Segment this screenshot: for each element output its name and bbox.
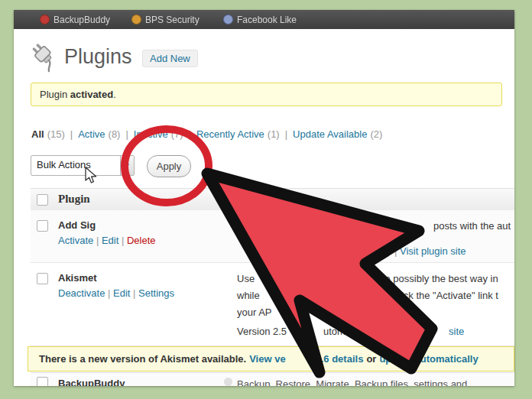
chevron-down-icon[interactable]: ▼ [120,156,134,175]
plugin-row-actions: Activate | Edit | Delete [58,235,156,246]
facebook-icon [223,15,233,24]
wordpress-plugins-screenshot: BackupBuddy BPS Security Facebook Like P… [14,10,514,386]
notice-text: Plugin [40,89,70,100]
visit-plugin-site-link[interactable]: Visit plugin site [400,245,466,257]
filter-separator: | [285,128,287,140]
backupbuddy-icon [40,15,50,24]
filter-separator: | [189,128,191,140]
delete-link[interactable]: Delete [127,235,156,246]
plugin-version-fragment: Version 2.5 [237,326,287,337]
plugin-bullet-icon [224,378,232,386]
plugin-description-fragment: while [237,290,260,301]
filter-all[interactable]: All (15) [31,128,65,140]
view-version-details-link[interactable]: View ve [249,353,285,365]
filter-active[interactable]: Active (8) [78,128,120,140]
bulk-actions-select[interactable]: Bulk Actions ▼ [31,155,135,176]
bulk-actions-selected-value: Bulk Actions [37,159,91,170]
plugin-name: BackupBuddy [58,378,125,386]
toolbar-item-label: BackupBuddy [54,15,110,25]
plugin-description-fragment: Use [237,273,255,284]
plugins-table-header: Plugin [31,188,514,211]
settings-link[interactable]: Settings [138,287,174,299]
deactivate-link[interactable]: Deactivate [58,287,105,299]
column-header-plugin: Plugin [58,193,90,206]
notice-text-period: . [113,89,116,100]
filter-update-available[interactable]: Update Available (2) [293,128,382,140]
update-automatically-link[interactable]: update automatically [379,353,478,365]
plugin-activated-notice: Plugin activated. [31,83,502,106]
plugin-name: Add Sig [58,219,96,231]
version-details-link[interactable]: 2.5.6 details [307,353,364,365]
plugin-row-backupbuddy: BackupBuddy Backup. Restore. Migrate. Ba… [31,372,514,386]
visit-plugin-site-link[interactable]: site [449,326,464,337]
admin-toolbar: BackupBuddy BPS Security Facebook Like [14,10,514,29]
plugin-name: Akismet [58,272,97,284]
filter-recently-active[interactable]: Recently Active (1) [196,128,280,140]
activate-link[interactable]: Activate [58,235,93,246]
select-all-checkbox[interactable] [37,194,48,206]
row-checkbox[interactable] [37,377,48,386]
plugin-meta-fragment: | Visit plugin site [394,245,466,257]
plugin-author-fragment: utomattic [323,326,364,337]
toolbar-item-bps-security[interactable]: BPS Security [131,13,200,26]
filter-separator: | [125,128,128,140]
security-shield-icon [131,15,141,24]
filter-inactive[interactable]: Inactive (7) [134,128,183,140]
toolbar-item-facebook-like[interactable]: Facebook Like [223,13,297,26]
action-separator: | [133,287,135,299]
plugin-row-akismet: Akismet Deactivate | Edit | Settings Use… [31,263,514,346]
plug-icon [29,41,61,73]
add-new-button[interactable]: Add New [142,50,198,67]
plugin-description-fragment: lick the "Activate" link t [399,290,498,301]
plugin-row-add-sig: Add Sig Activate | Edit | Delete posts w… [31,210,514,263]
toolbar-item-label: Facebook Like [237,15,297,25]
apply-button[interactable]: Apply [147,155,191,177]
plugin-row-actions: Deactivate | Edit | Settings [58,287,174,299]
akismet-update-notice: There is a new version of Akismet availa… [28,346,514,371]
update-notice-or: or [366,353,376,365]
toolbar-item-label: BPS Security [145,15,200,25]
action-separator: | [96,235,99,246]
update-notice-text: There is a new version of Akismet availa… [39,353,246,365]
notice-text-bold: activated [70,89,113,100]
meta-separator: | [394,245,397,257]
plugin-status-filters: All (15) | Active (8) | Inactive (7) | R… [31,128,382,140]
page-title: Plugins [64,45,132,69]
edit-link[interactable]: Edit [102,235,118,246]
plugin-description-fragment: your AP [237,307,272,318]
toolbar-item-backupbuddy[interactable]: BackupBuddy [40,13,110,26]
action-separator: | [122,235,124,246]
filter-separator: | [70,128,73,140]
plugin-description-fragment: ite possibly the best way in [380,273,498,284]
edit-link[interactable]: Edit [113,287,130,299]
plugin-description-fragment: posts with the aut [433,220,511,232]
visit-site-fragment: site [449,326,464,337]
row-checkbox[interactable] [37,220,48,232]
action-separator: | [108,287,110,299]
row-checkbox[interactable] [37,273,48,284]
plugin-description-fragment: Backup. Restore. Migrate. Backup files, … [237,378,467,386]
